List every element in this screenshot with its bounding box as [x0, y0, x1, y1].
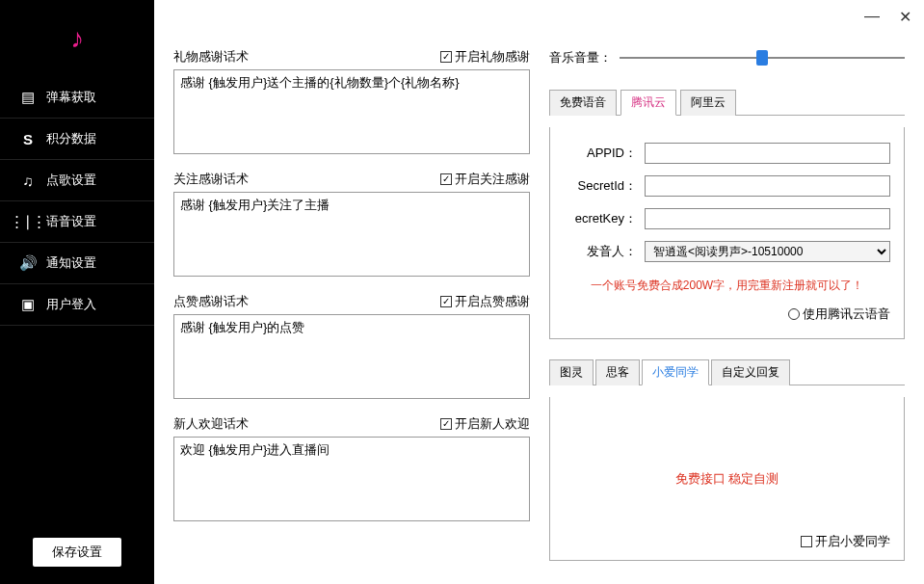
gift-checkbox[interactable]: ✓ 开启礼物感谢: [440, 48, 530, 66]
appid-input[interactable]: [645, 143, 890, 164]
section-title: 礼物感谢话术: [173, 48, 249, 66]
sidebar-item-voice[interactable]: ⋮∣⋮ 语音设置: [0, 201, 154, 243]
enable-xiaoai-checkbox[interactable]: 开启小爱同学: [801, 533, 890, 550]
gift-textarea[interactable]: [173, 69, 530, 154]
speaker-icon: 🔊: [19, 254, 37, 272]
follow-checkbox[interactable]: ✓ 开启关注感谢: [440, 171, 530, 188]
list-icon: ▤: [19, 89, 37, 106]
nav-label: 积分数据: [46, 130, 96, 147]
checkbox-label: 开启点赞感谢: [455, 293, 530, 310]
volume-slider[interactable]: [620, 48, 905, 67]
checkbox-label: 开启新人欢迎: [455, 415, 530, 433]
tab-free-tts[interactable]: 免费语音: [549, 90, 617, 116]
music-note-icon: ♪: [70, 23, 84, 54]
minimize-button[interactable]: —: [862, 8, 882, 26]
section-like: 点赞感谢话术 ✓ 开启点赞感谢: [173, 293, 530, 402]
close-button[interactable]: ✕: [895, 8, 914, 26]
section-title: 点赞感谢话术: [173, 293, 249, 310]
wave-icon: ⋮∣⋮: [19, 213, 37, 230]
secretkey-label: ecretKey：: [564, 210, 637, 227]
sidebar-item-notify[interactable]: 🔊 通知设置: [0, 243, 154, 284]
titlebar: — ✕: [862, 8, 914, 26]
tab-xiaoai[interactable]: 小爱同学: [642, 359, 709, 385]
section-follow: 关注感谢话术 ✓ 开启关注感谢: [173, 171, 530, 279]
app-logo: ♪: [0, 0, 154, 77]
use-tencent-radio[interactable]: 使用腾讯云语音: [788, 305, 890, 323]
s-icon: S: [19, 131, 37, 147]
sidebar-item-login[interactable]: ▣ 用户登入: [0, 284, 154, 326]
like-textarea[interactable]: [173, 314, 530, 399]
checkbox-label: 开启礼物感谢: [455, 48, 530, 66]
checkbox-icon: ✓: [440, 418, 452, 430]
tab-tuling[interactable]: 图灵: [549, 359, 594, 385]
volume-label: 音乐音量：: [549, 49, 612, 66]
section-title: 关注感谢话术: [173, 171, 249, 188]
welcome-textarea[interactable]: [173, 437, 530, 521]
tab-aliyun[interactable]: 阿里云: [680, 90, 736, 116]
appid-label: APPID：: [564, 145, 637, 162]
checkbox-label: 开启小爱同学: [815, 533, 890, 550]
tab-custom[interactable]: 自定义回复: [711, 359, 790, 385]
radio-icon: [788, 308, 800, 320]
secretid-input[interactable]: [645, 175, 890, 197]
nav: ▤ 弹幕获取 S 积分数据 ♫ 点歌设置 ⋮∣⋮ 语音设置 🔊 通知设置 ▣ 用…: [0, 77, 154, 520]
main-content: — ✕ 礼物感谢话术 ✓ 开启礼物感谢 关注感谢话术 ✓: [154, 0, 924, 584]
checkbox-icon: ✓: [440, 51, 452, 63]
save-button[interactable]: 保存设置: [33, 538, 121, 567]
nav-label: 用户登入: [46, 296, 96, 313]
left-column: 礼物感谢话术 ✓ 开启礼物感谢 关注感谢话术 ✓ 开启关注感谢: [154, 0, 540, 584]
volume-row: 音乐音量：: [549, 48, 905, 67]
nav-label: 通知设置: [46, 254, 96, 272]
section-welcome: 新人欢迎话术 ✓ 开启新人欢迎: [173, 415, 530, 524]
checkbox-icon: ✓: [440, 296, 452, 307]
checkbox-icon: ✓: [440, 173, 452, 185]
radio-label: 使用腾讯云语音: [803, 305, 890, 323]
sidebar-item-danmu[interactable]: ▤ 弹幕获取: [0, 77, 154, 119]
sidebar-item-points[interactable]: S 积分数据: [0, 119, 154, 160]
section-gift: 礼物感谢话术 ✓ 开启礼物感谢: [173, 48, 530, 157]
secretkey-input[interactable]: [645, 208, 890, 229]
like-checkbox[interactable]: ✓ 开启点赞感谢: [440, 293, 530, 310]
welcome-checkbox[interactable]: ✓ 开启新人欢迎: [440, 415, 530, 433]
bot-note: 免费接口 稳定自测: [675, 470, 779, 488]
nav-label: 弹幕获取: [46, 89, 96, 106]
slider-thumb[interactable]: [756, 50, 768, 66]
nav-label: 点歌设置: [46, 172, 96, 189]
tab-tencent[interactable]: 腾讯云: [620, 90, 676, 116]
sidebar-item-song[interactable]: ♫ 点歌设置: [0, 160, 154, 201]
secretid-label: SecretId：: [564, 177, 637, 195]
quota-note: 一个账号免费合成200W字，用完重新注册就可以了！: [564, 278, 890, 294]
section-title: 新人欢迎话术: [173, 415, 249, 433]
tts-tab-body: APPID： SecretId： ecretKey： 发音人： 智逍遥<阅读男声…: [549, 127, 905, 339]
voice-select[interactable]: 智逍遥<阅读男声>-10510000: [645, 241, 890, 262]
voice-label: 发音人：: [564, 243, 637, 260]
tab-sike[interactable]: 思客: [595, 359, 640, 385]
user-icon: ▣: [19, 296, 37, 313]
checkbox-label: 开启关注感谢: [455, 171, 530, 188]
bot-tabs: 图灵 思客 小爱同学 自定义回复: [549, 358, 905, 385]
bot-tab-body: 免费接口 稳定自测 开启小爱同学: [549, 397, 905, 561]
nav-label: 语音设置: [46, 213, 96, 230]
music-icon: ♫: [19, 173, 37, 189]
right-column: 音乐音量： 免费语音 腾讯云 阿里云 APPID： SecretId：: [540, 0, 924, 584]
checkbox-icon: [801, 536, 812, 547]
tts-tabs: 免费语音 腾讯云 阿里云: [549, 89, 905, 116]
sidebar: ♪ ▤ 弹幕获取 S 积分数据 ♫ 点歌设置 ⋮∣⋮ 语音设置 🔊 通知设置: [0, 0, 154, 584]
follow-textarea[interactable]: [173, 192, 530, 277]
